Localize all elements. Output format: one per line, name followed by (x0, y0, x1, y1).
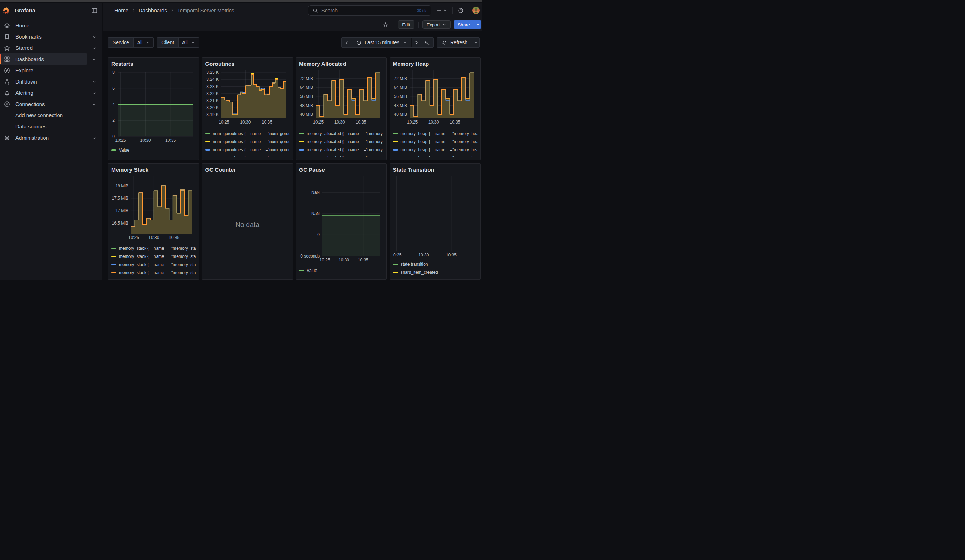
export-button[interactable]: Export (422, 20, 451, 29)
refresh-interval-button[interactable] (472, 38, 479, 47)
chevron-down-icon[interactable] (92, 79, 96, 84)
sidebar-item-label: Explore (15, 67, 87, 73)
sidebar-item-administration[interactable]: Administration (0, 132, 87, 143)
legend-item[interactable]: memory_heap {__name__="memory_heap" (393, 129, 478, 137)
favorite-button[interactable] (381, 20, 390, 29)
x-axis-tick: 10:25 (128, 235, 139, 240)
chevron-down-icon[interactable] (92, 136, 96, 140)
chevron-up-icon[interactable] (92, 102, 96, 106)
help-icon (458, 8, 464, 13)
chart-area[interactable]: 10:2510:3010:35 (393, 173, 478, 258)
legend-item[interactable]: num_goroutines {__name__="num_goroutines… (205, 129, 290, 137)
panel-title[interactable]: Goroutines (205, 60, 290, 67)
chart-area[interactable]: 3.25 K3.24 K3.23 K3.22 K3.21 K3.20 K3.19… (205, 67, 290, 125)
add-new-button[interactable] (434, 8, 449, 13)
panel-title[interactable]: State Transition (393, 166, 478, 173)
panel-title[interactable]: Memory Heap (393, 60, 478, 67)
sidebar-item-add-new-connection[interactable]: Add new connection (0, 109, 87, 121)
legend-item[interactable]: memory_stack {__name__="memory_stack" (111, 252, 196, 260)
search-icon (312, 8, 318, 13)
edit-button[interactable]: Edit (398, 20, 414, 29)
avatar[interactable] (472, 7, 480, 14)
clock-icon (356, 40, 361, 45)
dock-sidebar-icon[interactable] (91, 7, 98, 14)
sidebar-item-connections[interactable]: Connections (0, 98, 87, 109)
legend-item[interactable]: num_goroutines {__name__="num_goroutines… (205, 137, 290, 145)
panel-title[interactable]: GC Pause (299, 166, 384, 173)
chevron-down-icon[interactable] (92, 90, 96, 95)
chart-area[interactable]: 18 MiB17.5 MiB17 MiB16.5 MiB10:2510:3010… (111, 173, 196, 240)
legend-item[interactable]: memory_allocated {__name__="memory_alloc… (299, 145, 384, 154)
legend-swatch (393, 263, 398, 265)
sidebar-item-drilldown[interactable]: Drilldown (0, 76, 87, 87)
panel-title[interactable]: GC Counter (205, 166, 290, 173)
panel-title[interactable]: Memory Stack (111, 166, 196, 173)
y-axis-tick: 18 MiB (115, 183, 128, 188)
filter-client: Client All (157, 37, 199, 48)
legend-item[interactable]: memory_heap {__name__="memory_heap" (393, 137, 478, 145)
legend-item[interactable]: memory_stack {__name__="memory_stack" (111, 244, 196, 252)
time-forward-button[interactable] (411, 38, 421, 47)
legend-swatch (299, 133, 304, 134)
y-axis-tick: 2 (112, 118, 115, 123)
refresh-picker: Refresh (437, 37, 480, 48)
legend-label: shard_item_created (401, 270, 438, 275)
chevron-down-icon (443, 8, 447, 12)
sidebar-item-bookmarks[interactable]: Bookmarks (0, 31, 87, 42)
legend-item[interactable]: Value (111, 146, 196, 154)
panel-title[interactable]: Restarts (111, 60, 196, 67)
legend-item[interactable]: num_goroutines {__name__="num_goroutines… (205, 154, 290, 157)
breadcrumb-item: Temporal Server Metrics (177, 7, 234, 13)
time-range-button[interactable]: Last 15 minutes (352, 38, 411, 47)
chart-area[interactable]: 8642010:2510:3010:35 (111, 67, 196, 143)
legend-item[interactable]: num_goroutines {__name__="num_goroutines… (205, 145, 290, 154)
panel-gc_counter: GC CounterNo data (202, 163, 293, 280)
panel-legend: memory_heap {__name__="memory_heap"memor… (393, 124, 478, 157)
filter-value-select[interactable]: All (134, 38, 154, 47)
legend-item[interactable]: memory_allocated {__name__="memory_alloc… (299, 137, 384, 145)
share-menu-button[interactable] (474, 20, 481, 29)
search-input[interactable]: Search... ⌘+k (308, 5, 431, 16)
legend-item[interactable]: Value (299, 267, 384, 275)
share-button[interactable]: Share (454, 20, 474, 29)
chevron-down-icon[interactable] (92, 46, 96, 50)
y-axis-tick: 3.22 K (206, 91, 219, 96)
sidebar-item-label: Starred (15, 45, 87, 51)
chart-area[interactable]: NaNNaN00 seconds10:2510:3010:35 (299, 173, 384, 263)
legend-swatch (299, 149, 304, 150)
filter-value-select[interactable]: All (178, 38, 199, 47)
chevron-down-icon[interactable] (92, 57, 96, 61)
legend-item[interactable]: state transition (393, 260, 478, 268)
sidebar-item-alerting[interactable]: Alerting (0, 87, 87, 98)
x-axis-tick: 10:25 (219, 120, 229, 124)
sidebar-item-starred[interactable]: Starred (0, 42, 87, 53)
help-button[interactable] (456, 8, 466, 13)
legend-item[interactable]: shard_item_created (393, 268, 478, 276)
panel-title[interactable]: Memory Allocated (299, 60, 384, 67)
chart-area[interactable]: No data (205, 173, 290, 276)
legend-item[interactable]: memory_stack {__name__="memory_stack" (111, 268, 196, 276)
legend-item[interactable]: memory_heap {__name__="memory_heap" (393, 145, 478, 154)
breadcrumb-item[interactable]: Dashboards (139, 7, 167, 13)
time-back-button[interactable] (342, 38, 352, 47)
panel-legend: Value (111, 143, 196, 157)
legend-item[interactable]: memory_stack {__name__="memory_stack" (111, 260, 196, 268)
legend-item[interactable]: memory_heap {__name__="memory_heap" (393, 154, 478, 157)
legend-item[interactable]: memory_allocated {__name__="memory_alloc… (299, 129, 384, 137)
compass-icon (3, 67, 10, 73)
y-axis-tick: 0 (112, 134, 115, 139)
chart-area[interactable]: 72 MiB64 MiB56 MiB48 MiB40 MiB10:2510:30… (299, 67, 384, 125)
sidebar-item-explore[interactable]: Explore (0, 65, 87, 76)
legend-item[interactable]: memory_allocated {__name__="memory_alloc… (299, 154, 384, 157)
zoom-out-button[interactable] (421, 38, 433, 47)
chevron-down-icon[interactable] (92, 34, 96, 39)
refresh-button[interactable]: Refresh (437, 38, 472, 47)
breadcrumb-item[interactable]: Home (114, 7, 128, 13)
chevron-down-icon (474, 40, 478, 44)
sidebar-item-home[interactable]: Home (0, 20, 87, 31)
chart-area[interactable]: 72 MiB64 MiB56 MiB48 MiB40 MiB10:2510:30… (393, 67, 478, 125)
sidebar-item-data-sources[interactable]: Data sources (0, 121, 87, 132)
x-axis-tick: 10:30 (240, 120, 250, 124)
legend-swatch (299, 270, 304, 271)
sidebar-item-dashboards[interactable]: Dashboards (0, 53, 87, 65)
